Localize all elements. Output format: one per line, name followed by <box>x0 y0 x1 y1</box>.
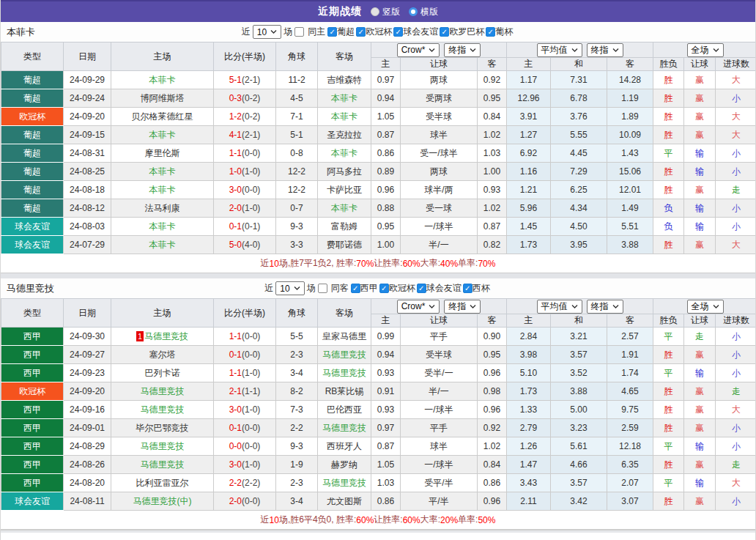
league-checkbox[interactable]: ✓ <box>393 27 403 37</box>
same-venue-label: 同主 <box>308 26 325 38</box>
match-away-team: 吉维森特 <box>318 71 371 89</box>
result-wdl: 胜 <box>653 181 684 199</box>
col-result-goals: 进球数 <box>716 314 756 328</box>
match-score: 0-1(0-0) <box>214 419 276 437</box>
avg-draw: 7.31 <box>551 71 607 89</box>
odds-home: 0.94 <box>371 346 401 364</box>
result-handicap: 赢 <box>684 456 716 474</box>
odds-away: 0.93 <box>478 181 507 199</box>
result-handicap: 赢 <box>684 346 716 364</box>
league-checkbox[interactable]: ✓ <box>440 27 449 37</box>
horizontal-radio-icon[interactable] <box>409 7 418 16</box>
summary-segment: 大率: <box>420 514 440 526</box>
summary-segment: 让胜率: <box>374 257 402 270</box>
result-wdl: 胜 <box>653 492 684 511</box>
match-date: 24-08-11 <box>64 492 111 511</box>
match-corners: 11-2 <box>276 71 318 89</box>
home-team-name: 本菲卡 <box>149 166 176 177</box>
match-row: 西甲 24-09-30 1马德里竞技 1-1(0-0) 5-5 皇家马德里 0.… <box>1 328 756 346</box>
chevron-down-icon <box>429 48 435 52</box>
match-row: 球会友谊 24-08-03 本菲卡 0-1(0-1) 9-3 富勒姆 0.95 … <box>1 218 756 236</box>
odds-handicap: 受一/球半 <box>401 144 478 163</box>
match-league-badge: 西甲 <box>1 364 64 382</box>
fulltime-score: 0-0 <box>229 441 242 451</box>
avg-home: 12.96 <box>507 89 551 108</box>
match-score: 0-1(0-1) <box>214 218 276 236</box>
bookmaker-select[interactable]: Crow* <box>397 43 440 57</box>
result-handicap: 输 <box>684 144 716 163</box>
match-count-select[interactable]: 10 <box>253 25 281 39</box>
col-type: 类型 <box>1 299 64 328</box>
summary-segment: 70% <box>478 259 495 269</box>
result-group-header: 全场 <box>653 42 756 58</box>
home-team-name: 比利亚雷亚尔 <box>136 478 189 488</box>
league-checkbox[interactable]: ✓ <box>351 284 360 293</box>
match-home-team: 马德里竞技 <box>111 437 214 456</box>
col-result-handicap: 让球 <box>684 314 716 328</box>
summary-segment: 60% <box>403 515 420 525</box>
average-time-select[interactable]: 终指 <box>587 43 623 57</box>
vertical-radio-icon[interactable] <box>371 7 379 16</box>
odds-home: 0.94 <box>371 89 401 108</box>
same-venue-checkbox[interactable] <box>318 284 327 293</box>
match-date: 24-08-03 <box>64 218 111 236</box>
result-goals: 小 <box>716 218 756 236</box>
avg-away: 9.75 <box>607 401 653 419</box>
odds-handicap: 一/球半 <box>401 218 478 236</box>
match-row: 葡超 24-08-31 摩里伦斯 1-1(0-0) 0-8 本菲卡 0.86 受… <box>1 144 756 163</box>
horizontal-layout-option[interactable]: 横版 <box>409 6 438 18</box>
away-team-name: 本菲卡 <box>331 93 357 103</box>
col-odds-home: 主 <box>371 314 401 328</box>
col-score: 比分(半场) <box>214 42 276 71</box>
odds-time-select[interactable]: 终指 <box>444 43 481 57</box>
chevron-down-icon <box>470 48 476 52</box>
odds-handicap: 平/半 <box>401 492 478 511</box>
league-checkbox[interactable]: ✓ <box>327 27 337 37</box>
bookmaker-select[interactable]: Crow* <box>397 300 440 314</box>
average-select[interactable]: 平均值 <box>537 43 582 57</box>
match-corners: 12-2 <box>276 163 318 181</box>
odds-away: 1.02 <box>478 199 507 218</box>
odds-away: 0.84 <box>478 108 507 126</box>
league-checkbox[interactable]: ✓ <box>486 27 495 37</box>
avg-home: 5.10 <box>507 364 551 382</box>
match-row: 西甲 24-09-27 塞尔塔 0-1(0-0) 2-3 马德里竞技 0.94 … <box>1 346 756 364</box>
halftime-score: (1-0) <box>242 459 260 470</box>
match-league-badge: 球会友谊 <box>1 492 64 511</box>
fulltime-select[interactable]: 全场 <box>687 300 724 314</box>
match-score: 2-1(1-1) <box>214 382 276 401</box>
average-select[interactable]: 平均值 <box>537 300 582 314</box>
title-bar: 近期战绩 竖版 横版 <box>1 0 755 22</box>
league-label: 葡杯 <box>495 26 513 38</box>
league-checkbox[interactable]: ✓ <box>379 284 389 293</box>
same-venue-checkbox[interactable] <box>294 27 304 37</box>
result-wdl: 胜 <box>653 89 684 108</box>
home-team-name: 本菲卡 <box>149 221 176 232</box>
vertical-layout-option[interactable]: 竖版 <box>371 6 400 18</box>
average-time-select[interactable]: 终指 <box>587 300 623 314</box>
match-row: 西甲 24-09-16 马德里竞技 3-0(1-0) 7-3 巴伦西亚 0.93… <box>1 401 756 419</box>
summary-segment: 近 <box>261 514 270 526</box>
col-away: 客场 <box>318 42 371 71</box>
odds-time-select[interactable]: 终指 <box>444 300 481 314</box>
halftime-score: (1-1) <box>242 386 260 396</box>
league-checkbox[interactable]: ✓ <box>356 27 366 37</box>
match-date: 24-09-24 <box>64 89 111 108</box>
col-score: 比分(半场) <box>214 299 276 328</box>
match-count-select[interactable]: 10 <box>275 281 304 295</box>
league-checkbox[interactable]: ✓ <box>417 284 426 293</box>
average-select-value: 平均值 <box>541 44 568 56</box>
match-away-team: 阿马多拉 <box>318 163 371 181</box>
avg-home: 1.33 <box>507 401 551 419</box>
match-away-team: 本菲卡 <box>318 199 371 218</box>
result-wdl: 胜 <box>653 236 684 254</box>
match-corners: 12-2 <box>276 181 318 199</box>
match-corners: 9-3 <box>276 437 318 456</box>
result-wdl: 胜 <box>653 401 684 419</box>
odds-away: 0.87 <box>478 218 507 236</box>
fulltime-select[interactable]: 全场 <box>687 43 724 57</box>
avg-home: 1.73 <box>507 382 551 401</box>
home-team-name: 本菲卡 <box>149 130 176 140</box>
league-checkbox[interactable]: ✓ <box>463 284 472 293</box>
odds-away: 1.00 <box>478 163 507 181</box>
